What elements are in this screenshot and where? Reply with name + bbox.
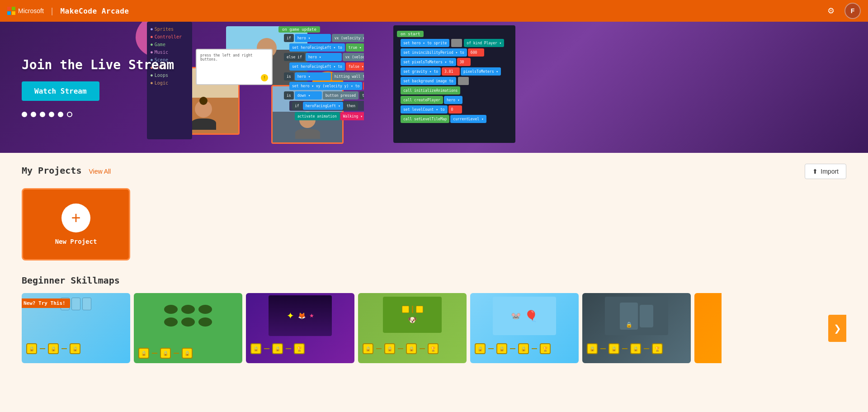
carousel-dot-6[interactable] [67, 112, 72, 117]
projects-header: My Projects View All ⬆ Import [22, 164, 846, 179]
skillmap-bg-3: ✦ 🦊 ★ 🔒 🔒 🏆 [246, 293, 354, 363]
scroll-right-button[interactable]: ❯ [828, 315, 846, 342]
skillmap-card-7[interactable] [694, 293, 722, 363]
skillmap-bg-5: 🐭 🎈 🔒 🔒 🔒 🏆 [470, 293, 579, 363]
skillmap-card-6[interactable]: 🔒 🔒 🔒 🔒 🏆 [582, 293, 691, 363]
import-button[interactable]: ⬆ Import [805, 164, 846, 179]
projects-title: My Projects [22, 165, 81, 176]
carousel-dot-1[interactable] [22, 112, 27, 117]
hero-banner: Join the Live Stream Watch Stream [0, 22, 868, 153]
hero-title: Join the Live Stream [22, 57, 174, 72]
code-blocks-area: ● Sprites ● Controller ● Game ● Music ● … [147, 22, 364, 144]
header-right: ⚙ F [823, 3, 861, 19]
skillmap-bg-4: 🐶 🔒 🔒 🔒 🏆 [358, 293, 467, 363]
carousel-dot-2[interactable] [31, 112, 36, 117]
skillmap-card-2[interactable]: 🔒 🔒 🔒 [134, 293, 242, 363]
new-project-label: New Project [55, 238, 97, 245]
main-content: My Projects View All ⬆ Import + New Proj… [0, 153, 868, 374]
projects-section: My Projects View All ⬆ Import + New Proj… [22, 164, 846, 260]
carousel-dots [22, 112, 174, 117]
skillmap-nodes-3: 🔒 🔒 🏆 [250, 343, 305, 354]
import-icon: ⬆ [812, 168, 818, 175]
skillmap-nodes-2: 🔒 🔒 🔒 [138, 348, 193, 359]
new-project-plus-icon: + [61, 204, 90, 232]
skillmap-nodes-5: 🔒 🔒 🔒 🏆 [475, 343, 551, 354]
carousel-dot-5[interactable] [58, 112, 63, 117]
user-avatar[interactable]: F [844, 3, 861, 19]
skillmap-bg-7 [694, 293, 722, 363]
header-left: Microsoft | MakeCode Arcade [7, 6, 823, 16]
skillmap-nodes-6: 🔒 🔒 🔒 🏆 [587, 343, 663, 354]
skillmap-nodes-1: 🔒 🔒 🔒 [26, 343, 80, 354]
projects-row: + New Project [22, 188, 846, 260]
gear-icon: ⚙ [827, 6, 835, 16]
microsoft-logo: Microsoft [7, 7, 44, 15]
skillmaps-title: Beginner Skillmaps [22, 275, 846, 286]
ms-logo-grid [7, 7, 15, 15]
skillmap-card-3[interactable]: ✦ 🦊 ★ 🔒 🔒 🏆 [246, 293, 354, 363]
skillmaps-section: Beginner Skillmaps 🔒 🔒 [22, 275, 846, 363]
skillmap-card-5[interactable]: 🐭 🎈 🔒 🔒 🔒 🏆 [470, 293, 579, 363]
code-panel-left: on start set hero ▾ to sprite of kind Pl… [393, 25, 515, 143]
skillmap-nodes-4: 🔒 🔒 🔒 🏆 [363, 343, 439, 354]
skillmap-bg-6: 🔒 🔒 🔒 🔒 🏆 [582, 293, 691, 363]
projects-title-row: My Projects View All [22, 165, 111, 176]
skillmaps-row: 🔒 🔒 🔒 New? Try This! [22, 293, 846, 363]
app-header: Microsoft | MakeCode Arcade ⚙ F [0, 0, 868, 22]
skillmap-bg-2: 🔒 🔒 🔒 [134, 293, 242, 363]
view-all-link[interactable]: View All [89, 168, 111, 175]
avatar-label: F [851, 7, 855, 14]
header-divider: | [51, 6, 53, 16]
new-badge: New? Try This! [22, 298, 70, 308]
carousel-dot-4[interactable] [49, 112, 54, 117]
watch-stream-button[interactable]: Watch Stream [22, 81, 99, 101]
new-project-card[interactable]: + New Project [22, 188, 130, 260]
hero-content: Join the Live Stream Watch Stream [22, 57, 174, 117]
scroll-right-icon: ❯ [834, 323, 841, 334]
import-label: Import [821, 168, 839, 175]
settings-button[interactable]: ⚙ [823, 3, 839, 19]
ms-label: Microsoft [18, 7, 44, 14]
carousel-dot-3[interactable] [40, 112, 45, 117]
app-title: MakeCode Arcade [60, 7, 129, 15]
skillmap-card-1[interactable]: 🔒 🔒 🔒 New? Try This! [22, 293, 130, 363]
skillmap-card-4[interactable]: 🐶 🔒 🔒 🔒 🏆 [358, 293, 467, 363]
